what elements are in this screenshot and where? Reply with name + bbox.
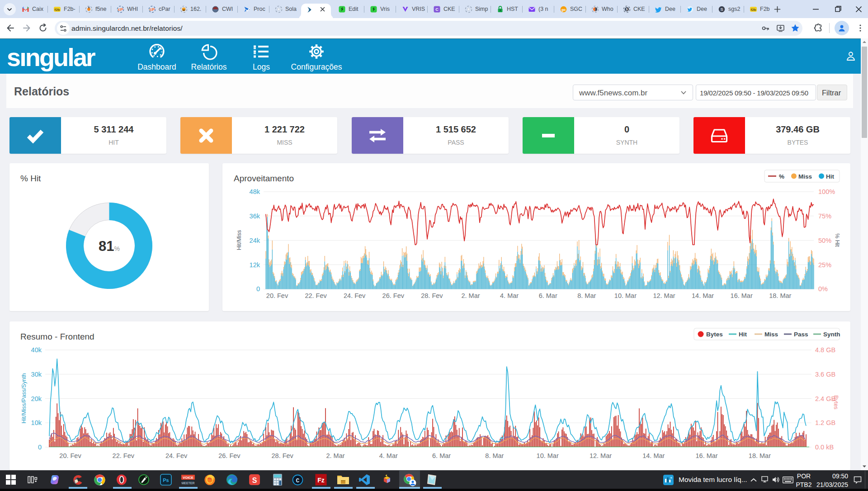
svg-text:f2b: f2b: [751, 8, 756, 12]
svg-text:Synth: Synth: [823, 331, 840, 338]
svg-text:22. Fev: 22. Fev: [113, 452, 135, 459]
svg-text:75%: 75%: [818, 212, 831, 220]
svg-text:VOICE: VOICE: [183, 476, 193, 480]
svg-text:24. Fev: 24. Fev: [344, 292, 366, 299]
svg-text:Aproveitamento: Aproveitamento: [234, 174, 294, 183]
svg-text:100%: 100%: [818, 188, 835, 195]
svg-text:Resumo - Frontend: Resumo - Frontend: [20, 332, 94, 341]
svg-text:20. Fev: 20. Fev: [59, 452, 81, 459]
svg-text:12k: 12k: [250, 261, 260, 269]
svg-text:24. Fev: 24. Fev: [165, 452, 188, 459]
svg-text:2.4 GB: 2.4 GB: [815, 395, 835, 402]
svg-text:Hit: Hit: [826, 173, 835, 180]
svg-text:48k: 48k: [250, 188, 260, 195]
svg-text:Hit/Miss: Hit/Miss: [236, 230, 242, 250]
svg-text:6. Mar: 6. Mar: [432, 452, 451, 459]
svg-text:go: go: [561, 8, 566, 12]
svg-text:0: 0: [38, 444, 42, 451]
svg-text:Ps: Ps: [163, 477, 169, 483]
svg-text:20k: 20k: [31, 395, 42, 402]
svg-text:Pass: Pass: [794, 331, 808, 338]
svg-text:25%: 25%: [818, 261, 831, 269]
svg-text:30k: 30k: [31, 371, 42, 378]
svg-text:%: %: [779, 173, 784, 180]
svg-text:24k: 24k: [250, 237, 260, 244]
svg-text:2. Mar: 2. Mar: [461, 292, 480, 299]
svg-text:14. Mar: 14. Mar: [642, 452, 665, 459]
svg-text:Hit/Miss/Pass/Synth: Hit/Miss/Pass/Synth: [21, 373, 27, 423]
svg-text:10k: 10k: [31, 419, 42, 426]
svg-text:18. Mar: 18. Mar: [749, 452, 771, 459]
svg-text:S: S: [626, 8, 628, 11]
svg-text:C: C: [296, 477, 300, 484]
svg-text:0.0 kB: 0.0 kB: [815, 444, 834, 451]
svg-text:Bytes: Bytes: [833, 395, 839, 409]
svg-text:50%: 50%: [818, 237, 831, 244]
svg-text:16. Mar: 16. Mar: [731, 292, 753, 299]
svg-text:Fz: Fz: [317, 477, 325, 484]
svg-text:26. Fev: 26. Fev: [382, 292, 405, 299]
svg-text:20. Fev: 20. Fev: [266, 292, 288, 299]
svg-text:3.6 GB: 3.6 GB: [815, 371, 835, 378]
svg-text:S: S: [252, 477, 257, 484]
svg-text:S: S: [720, 7, 723, 12]
svg-text:% Hit: % Hit: [834, 233, 840, 247]
svg-text:12. Mar: 12. Mar: [653, 292, 675, 299]
svg-text:C: C: [435, 7, 439, 12]
svg-text:36k: 36k: [250, 212, 260, 220]
svg-text:Bytes: Bytes: [706, 331, 723, 338]
svg-text:22. Fev: 22. Fev: [305, 292, 327, 299]
svg-text:Hit: Hit: [739, 331, 747, 338]
svg-text:10. Mar: 10. Mar: [537, 452, 559, 459]
svg-text:4.8 GB: 4.8 GB: [815, 346, 835, 354]
svg-text:f2b: f2b: [55, 8, 60, 12]
svg-text:28. Fev: 28. Fev: [421, 292, 443, 299]
svg-text:26. Fev: 26. Fev: [218, 452, 241, 459]
svg-text:6. Mar: 6. Mar: [539, 292, 557, 299]
svg-text:18. Mar: 18. Mar: [769, 292, 791, 299]
svg-text:cP: cP: [150, 7, 155, 12]
svg-text:4. Mar: 4. Mar: [500, 292, 519, 299]
svg-text:10. Mar: 10. Mar: [614, 292, 637, 299]
svg-text:8. Mar: 8. Mar: [485, 452, 504, 459]
svg-text:4. Mar: 4. Mar: [379, 452, 398, 459]
svg-text:8. Mar: 8. Mar: [577, 292, 596, 299]
svg-text:MEETER: MEETER: [181, 482, 194, 485]
svg-text:0%: 0%: [818, 285, 828, 293]
svg-text:14. Mar: 14. Mar: [692, 292, 714, 299]
svg-text:16. Mar: 16. Mar: [696, 452, 718, 459]
svg-text:12. Mar: 12. Mar: [590, 452, 612, 459]
svg-text:1.2 GB: 1.2 GB: [815, 419, 835, 426]
svg-text:40k: 40k: [31, 346, 42, 354]
svg-text:2. Mar: 2. Mar: [326, 452, 344, 459]
svg-text:28. Fev: 28. Fev: [272, 452, 294, 459]
svg-text:cP: cP: [118, 7, 123, 12]
svg-text:Miss: Miss: [764, 331, 778, 338]
svg-text:Miss: Miss: [798, 173, 812, 180]
svg-text:0: 0: [256, 285, 260, 293]
